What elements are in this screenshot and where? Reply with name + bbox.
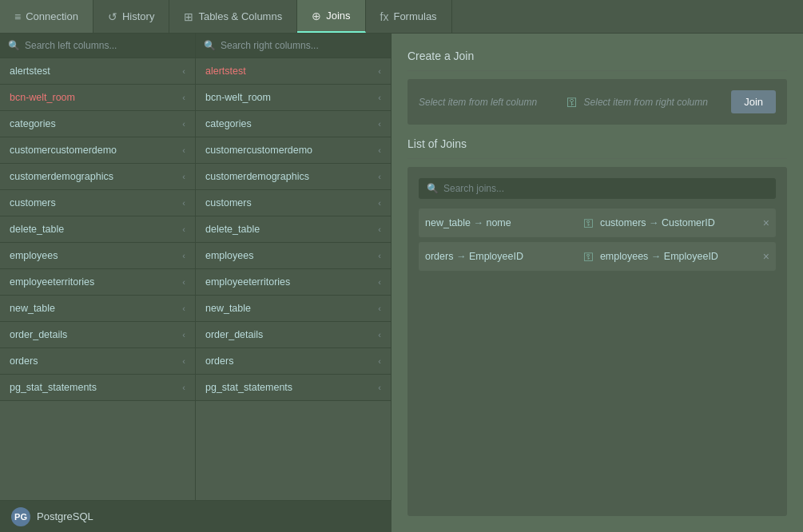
right-search-input[interactable] [221, 40, 383, 51]
formulas-tab-label: Formulas [393, 10, 436, 22]
chevron-icon: ‹ [378, 66, 381, 76]
table-item[interactable]: alertstest‹ [196, 58, 391, 85]
tables-columns-tab-label: Tables & Columns [198, 10, 282, 22]
table-name: bcn-welt_room [10, 92, 75, 103]
table-item[interactable]: customercustomerdemo‹ [196, 137, 391, 164]
join-delete-icon[interactable]: × [763, 216, 769, 229]
table-item[interactable]: employees‹ [196, 243, 391, 269]
table-item[interactable]: categories‹ [196, 111, 391, 137]
join-delete-icon[interactable]: × [763, 250, 769, 263]
table-name: alertstest [205, 66, 246, 77]
join-right-col: customers → CustomerID [600, 217, 752, 228]
chevron-icon: ‹ [378, 145, 381, 155]
connection-tab-label: Connection [26, 10, 78, 22]
right-search-icon: 🔍 [204, 40, 216, 51]
chevron-icon: ‹ [378, 251, 381, 260]
table-item[interactable]: employeeterritories‹ [0, 269, 195, 296]
chevron-icon: ‹ [182, 145, 185, 155]
join-chain-icon: ⚿ [583, 217, 594, 229]
chevron-icon: ‹ [182, 224, 185, 234]
chevron-icon: ‹ [182, 356, 185, 366]
chevron-icon: ‹ [182, 330, 185, 339]
top-navigation: ≡Connection↺History⊞Tables & Columns⊕Joi… [0, 0, 803, 34]
tab-formulas[interactable]: fxFormulas [366, 0, 452, 33]
table-item[interactable]: bcn-welt_room‹ [196, 85, 391, 111]
table-item[interactable]: customers‹ [196, 190, 391, 216]
left-search-input[interactable] [25, 40, 187, 51]
db-avatar: PG [11, 507, 30, 526]
db-initials: PG [14, 512, 27, 522]
join-chain-icon: ⚿ [583, 251, 594, 263]
table-name: order_details [10, 329, 67, 340]
table-item[interactable]: bcn-welt_room‹ [0, 85, 195, 111]
connection-tab-icon: ≡ [14, 10, 21, 23]
table-name: new_table [10, 303, 55, 314]
create-join-box: Select item from left column ⚿ Select it… [407, 79, 787, 125]
table-name: employeeterritories [205, 276, 290, 288]
chevron-icon: ‹ [378, 356, 381, 366]
table-name: employeeterritories [10, 276, 94, 288]
table-item[interactable]: orders‹ [0, 348, 195, 375]
joins-tab-icon: ⊕ [312, 10, 321, 22]
table-item[interactable]: customerdemographics‹ [196, 164, 391, 190]
table-item[interactable]: delete_table‹ [196, 216, 391, 243]
table-item[interactable]: categories‹ [0, 111, 195, 137]
tab-connection[interactable]: ≡Connection [0, 0, 93, 33]
join-left-col: new_table → nome [425, 217, 577, 228]
table-item[interactable]: new_table‹ [196, 296, 391, 322]
db-label: PostgreSQL [37, 510, 93, 522]
table-item[interactable]: pg_stat_statements‹ [0, 375, 195, 401]
chevron-icon: ‹ [182, 251, 185, 260]
joins-search-input[interactable] [443, 183, 768, 194]
chevron-icon: ‹ [182, 383, 185, 392]
table-item[interactable]: order_details‹ [196, 322, 391, 348]
table-name: pg_stat_statements [205, 382, 292, 393]
tab-joins[interactable]: ⊕Joins [297, 0, 365, 33]
table-item[interactable]: alertstest‹ [0, 58, 195, 85]
joins-search-container: 🔍 [419, 178, 776, 199]
right-search-box: 🔍 [196, 34, 391, 58]
table-name: employees [10, 250, 58, 261]
left-search-icon: 🔍 [8, 40, 20, 51]
chevron-icon: ‹ [182, 119, 185, 129]
history-tab-label: History [122, 10, 154, 22]
table-item[interactable]: employeeterritories‹ [196, 269, 391, 296]
tables-columns-tab-icon: ⊞ [184, 10, 193, 23]
chevron-icon: ‹ [378, 383, 381, 392]
right-table-list: alertstest‹bcn-welt_room‹categories‹cust… [196, 58, 391, 532]
table-name: order_details [205, 329, 263, 340]
left-table-list: alertstest‹bcn-welt_room‹categories‹cust… [0, 58, 195, 532]
tab-history[interactable]: ↺History [93, 0, 169, 33]
left-column-selector[interactable]: Select item from left column [419, 97, 560, 108]
table-item[interactable]: order_details‹ [0, 322, 195, 348]
chevron-icon: ‹ [378, 198, 381, 208]
table-name: customercustomerdemo [10, 145, 117, 156]
chevron-icon: ‹ [378, 304, 381, 313]
joins-tab-label: Joins [326, 10, 350, 22]
tab-tables-columns[interactable]: ⊞Tables & Columns [169, 0, 297, 33]
join-button[interactable]: Join [731, 90, 776, 113]
table-item[interactable]: customerdemographics‹ [0, 164, 195, 190]
columns-area: 🔍 alertstest‹bcn-welt_room‹categories‹cu… [0, 34, 392, 532]
table-item[interactable]: new_table‹ [0, 296, 195, 322]
table-name: categories [205, 118, 252, 129]
table-item[interactable]: employees‹ [0, 243, 195, 269]
table-item[interactable]: customercustomerdemo‹ [0, 137, 195, 164]
formulas-tab-icon: fx [380, 10, 389, 23]
create-join-section: Create a Join Select item from left colu… [407, 50, 787, 125]
chevron-icon: ‹ [182, 66, 185, 76]
table-name: customers [205, 197, 252, 208]
table-item[interactable]: delete_table‹ [0, 216, 195, 243]
create-join-title: Create a Join [407, 50, 787, 62]
table-item[interactable]: orders‹ [196, 348, 391, 375]
joins-list: new_table → nome ⚿ customers → CustomerI… [419, 208, 776, 271]
chevron-icon: ‹ [378, 224, 381, 234]
table-name: alertstest [10, 66, 50, 77]
table-item[interactable]: pg_stat_statements‹ [196, 375, 391, 401]
table-item[interactable]: customers‹ [0, 190, 195, 216]
table-name: customers [10, 197, 56, 208]
list-joins-box: 🔍 new_table → nome ⚿ customers → Custome… [407, 167, 787, 516]
chevron-icon: ‹ [378, 172, 381, 181]
join-right-col: employees → EmployeeID [600, 251, 752, 262]
right-column-selector[interactable]: Select item from right column [584, 97, 725, 108]
